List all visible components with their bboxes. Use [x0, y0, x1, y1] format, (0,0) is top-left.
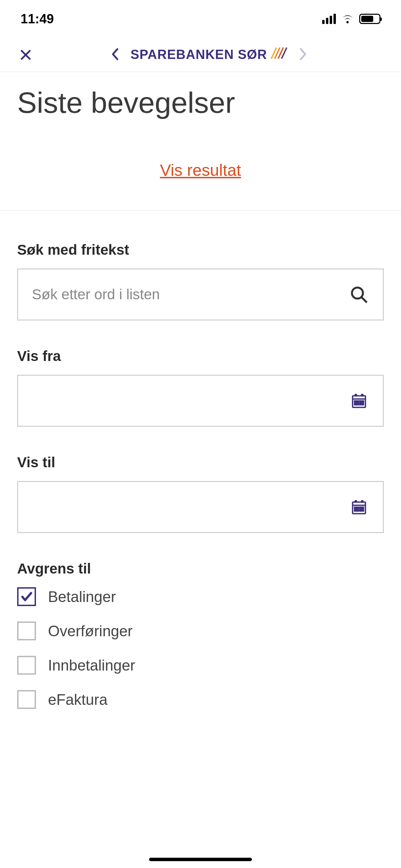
status-bar: 11:49 — [0, 0, 401, 38]
nav-bar: SPAREBANKEN SØR — [0, 38, 401, 72]
nav-title: SPAREBANKEN SØR — [131, 46, 288, 63]
svg-rect-14 — [360, 401, 361, 402]
date-to-section: Vis til — [17, 454, 384, 533]
svg-rect-27 — [362, 507, 363, 508]
checkbox-label: eFaktura — [48, 691, 108, 708]
checkbox-item-efaktura[interactable]: eFaktura — [17, 690, 384, 709]
filter-label: Avgrens til — [17, 560, 384, 577]
svg-rect-12 — [354, 401, 356, 402]
checkbox-box — [17, 587, 36, 606]
svg-rect-13 — [357, 401, 358, 402]
svg-point-10 — [361, 394, 363, 396]
status-icons — [322, 13, 380, 25]
nav-back-button[interactable] — [110, 47, 120, 62]
svg-point-22 — [361, 501, 363, 502]
wifi-icon — [341, 13, 354, 25]
signal-icon — [322, 14, 336, 24]
search-label: Søk med fritekst — [17, 242, 384, 258]
svg-rect-25 — [357, 507, 358, 508]
nav-forward-button[interactable] — [298, 47, 308, 62]
search-input[interactable] — [32, 286, 349, 303]
checkbox-item-innbetalinger[interactable]: Innbetalinger — [17, 656, 384, 675]
checkbox-label: Innbetalinger — [48, 657, 135, 674]
svg-rect-30 — [360, 510, 361, 511]
search-input-wrapper — [17, 268, 384, 321]
svg-rect-19 — [362, 403, 363, 405]
checkbox-label: Betalinger — [48, 588, 116, 605]
search-section: Søk med fritekst — [17, 242, 384, 321]
checkbox-item-overforinger[interactable]: Overføringer — [17, 622, 384, 640]
close-button[interactable] — [17, 46, 34, 63]
date-from-section: Vis fra — [17, 348, 384, 427]
date-to-label: Vis til — [17, 454, 384, 471]
date-from-label: Vis fra — [17, 348, 384, 364]
date-from-input[interactable] — [32, 393, 349, 409]
svg-rect-28 — [354, 510, 356, 511]
status-time: 11:49 — [21, 12, 54, 26]
date-to-input[interactable] — [32, 499, 349, 515]
checkbox-box — [17, 690, 36, 709]
checkbox-group: Betalinger Overføringer Innbetalinger eF… — [17, 587, 384, 709]
divider — [0, 210, 401, 211]
page-title: Siste bevegelser — [17, 86, 384, 120]
svg-rect-26 — [360, 507, 361, 508]
svg-rect-31 — [362, 510, 363, 511]
show-result-link[interactable]: Vis resultat — [17, 161, 384, 180]
main-content: Siste bevegelser Vis resultat Søk med fr… — [0, 72, 401, 709]
checkbox-box — [17, 656, 36, 675]
svg-line-7 — [361, 297, 367, 302]
checkbox-box — [17, 622, 36, 640]
svg-rect-15 — [362, 401, 363, 402]
checkbox-label: Overføringer — [48, 623, 133, 640]
date-to-input-wrapper — [17, 481, 384, 533]
bank-logo-icon — [270, 46, 288, 63]
search-icon[interactable] — [349, 284, 369, 305]
date-from-input-wrapper — [17, 375, 384, 427]
svg-rect-29 — [357, 510, 358, 511]
calendar-icon[interactable] — [349, 497, 369, 517]
filter-section: Avgrens til Betalinger Overføringer Innb… — [17, 560, 384, 709]
home-indicator[interactable] — [149, 858, 252, 861]
calendar-icon[interactable] — [349, 390, 369, 411]
svg-rect-18 — [360, 403, 361, 405]
svg-point-6 — [352, 287, 363, 298]
svg-rect-24 — [354, 507, 356, 508]
battery-icon — [359, 14, 380, 24]
svg-point-21 — [355, 501, 356, 502]
svg-rect-16 — [354, 403, 356, 405]
svg-rect-17 — [357, 403, 358, 405]
svg-point-9 — [355, 394, 356, 396]
checkbox-item-betalinger[interactable]: Betalinger — [17, 587, 384, 606]
